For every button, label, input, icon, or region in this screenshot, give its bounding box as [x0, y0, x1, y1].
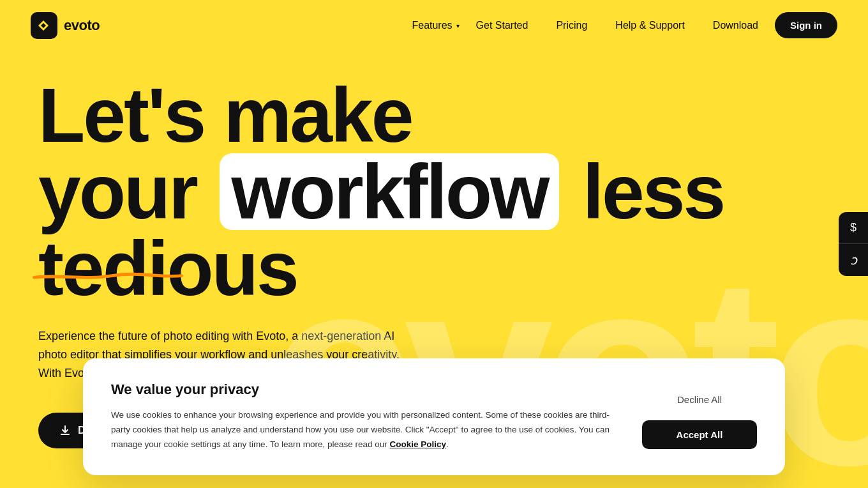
cookie-overlay: We value your privacy We use cookies to … [0, 0, 868, 488]
cookie-policy-link[interactable]: Cookie Policy [390, 439, 447, 449]
cookie-content: We value your privacy We use cookies to … [111, 381, 611, 452]
cookie-banner: We value your privacy We use cookies to … [83, 358, 785, 475]
accept-all-button[interactable]: Accept All [642, 420, 757, 449]
cookie-title: We value your privacy [111, 381, 611, 398]
cookie-body: We use cookies to enhance your browsing … [111, 408, 611, 452]
cookie-actions: Decline All Accept All [642, 381, 757, 449]
decline-all-button[interactable]: Decline All [662, 386, 737, 413]
